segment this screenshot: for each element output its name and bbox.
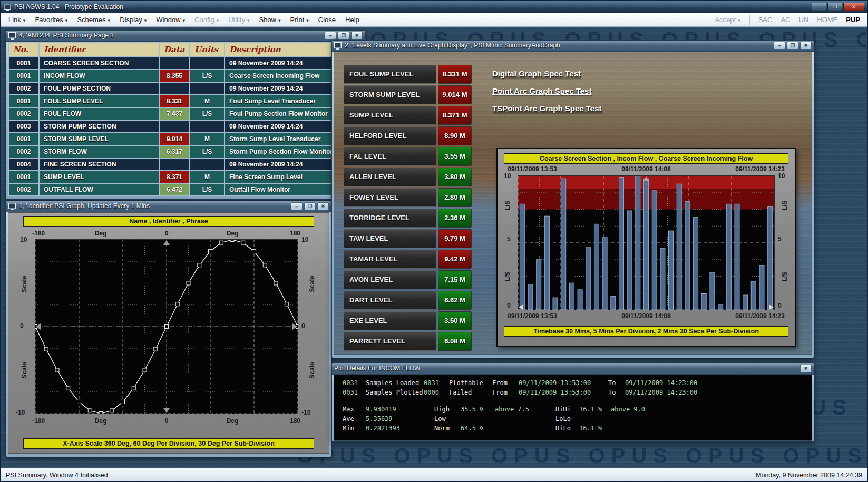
table-cell-identifier[interactable]: FOUL SUMP LEVEL: [40, 95, 159, 107]
table-header-cell: Units: [190, 43, 224, 56]
minimize-button[interactable]: –: [812, 3, 826, 11]
level-name-button[interactable]: FAL LEVEL: [344, 147, 436, 166]
level-value: 6.62 M: [438, 291, 472, 310]
table-cell-identifier[interactable]: STORM SUMP LEVEL: [40, 133, 159, 145]
maximize-button[interactable]: ❐: [304, 202, 316, 210]
levels-window-controls: – ❐ ✕: [774, 42, 812, 50]
level-value: 8.331 M: [438, 65, 472, 84]
window-icon: [8, 32, 16, 38]
level-row: SUMP LEVEL8.371 M: [344, 106, 472, 125]
menu-link[interactable]: Link▾: [4, 14, 30, 25]
maximize-button[interactable]: ❐: [787, 42, 798, 50]
level-name-button[interactable]: TAW LEVEL: [344, 229, 436, 248]
level-name-button[interactable]: FOWEY LEVEL: [344, 188, 436, 207]
table-cell-data: 9.014: [160, 133, 189, 145]
menu-accept[interactable]: Accept▾: [710, 14, 745, 25]
minimize-button[interactable]: –: [325, 32, 336, 40]
table-cell-identifier[interactable]: INCOM FLOW: [40, 70, 159, 82]
bar-graph-banner: Coarse Screen Section , Incom Flow , Coa…: [504, 153, 788, 164]
spec-test-link[interactable]: Digital Graph Spec Test: [492, 69, 602, 78]
axis-tick-label: 180: [290, 230, 300, 237]
axis-tick-label: Deg: [227, 230, 239, 237]
menu-utility[interactable]: Utility▾: [223, 14, 254, 25]
minimize-button[interactable]: –: [774, 42, 785, 50]
menu-print[interactable]: Print▾: [286, 14, 314, 25]
bar-chart: [518, 176, 774, 310]
levels-window-title: 2, 'Levels Summary and Live Graph Displa…: [345, 42, 560, 49]
close-button[interactable]: ✕: [317, 202, 329, 210]
menu-favorites[interactable]: Favorites▾: [30, 14, 72, 25]
axis-tick-label: 0: [778, 302, 782, 309]
table-cell-no: 0003: [9, 121, 38, 132]
levels-window: 2, 'Levels Summary and Live Graph Displa…: [331, 40, 814, 358]
sine-title-bar[interactable]: 1, 'Identifier' PSI Graph, Updated Every…: [6, 201, 331, 212]
table-cell-units: L/S: [190, 146, 224, 158]
level-value: 3.55 M: [438, 147, 472, 166]
menu-show[interactable]: Show▾: [254, 14, 285, 25]
level-name-button[interactable]: DART LEVEL: [344, 291, 436, 310]
summary-title-bar[interactable]: 4, 'AN1234' PSI Summary Page 1 – ❐ ✕: [6, 31, 365, 42]
table-cell-identifier[interactable]: FOUL PUMP SECTION: [40, 83, 159, 94]
table-cell-identifier[interactable]: OUTFALL FLOW: [40, 184, 159, 195]
level-name-button[interactable]: TORRIDGE LEVEL: [344, 209, 436, 228]
table-cell-units: M: [190, 95, 224, 107]
axis-tick-label: 10: [778, 172, 785, 180]
menu-schemes[interactable]: Schemes▾: [72, 14, 115, 25]
maximize-button[interactable]: ❐: [827, 3, 842, 11]
level-value: 8.371 M: [438, 106, 472, 125]
summary-window-controls: – ❐ ✕: [325, 32, 363, 40]
level-name-button[interactable]: AVON LEVEL: [344, 270, 436, 289]
sine-window-title: 1, 'Identifier' PSI Graph, Updated Every…: [19, 202, 150, 210]
close-button[interactable]: ✕: [800, 365, 812, 372]
mode-sac[interactable]: SAC: [754, 14, 777, 25]
bar-graph-footer: Timebase 30 Mins, 5 Mins Per Division, 2…: [504, 326, 788, 337]
main-title-bar[interactable]: PSI AGWS 1.04 - Prototype Evaluation – ❐…: [1, 1, 867, 13]
level-name-button[interactable]: PARRETT LEVEL: [344, 332, 436, 351]
mode-ac[interactable]: AC: [776, 14, 794, 25]
level-name-button[interactable]: TAMAR LEVEL: [344, 250, 436, 269]
level-name-button[interactable]: FOUL SUMP LEVEL: [344, 65, 436, 84]
close-button[interactable]: ✕: [351, 32, 363, 40]
plot-details-controls: ✕: [800, 365, 812, 372]
axis-tick-label: 09/11/2009 14:23: [735, 165, 784, 173]
live-bar-graph-panel: Coarse Screen Section , Incom Flow , Coa…: [496, 148, 796, 347]
menu-close[interactable]: Close: [314, 14, 340, 25]
plot-details-title-bar[interactable]: Plot Details For INCOM FLOW ✕: [332, 363, 814, 375]
minimize-button[interactable]: –: [291, 202, 303, 210]
axis-unit-label: Scale: [21, 362, 28, 378]
axis-unit-label: L/S: [781, 272, 788, 282]
table-cell-identifier[interactable]: STORM PUMP SECTION: [40, 121, 159, 132]
table-header-cell: Data: [160, 43, 189, 56]
maximize-button[interactable]: ❐: [338, 32, 349, 40]
mode-un[interactable]: UN: [794, 14, 813, 25]
table-cell-identifier[interactable]: FINE SCREEN SECTION: [40, 159, 159, 170]
plot-details-stat: HiHi: [555, 406, 571, 413]
table-cell-data: 6.317: [160, 146, 189, 158]
menu-config[interactable]: Config▾: [190, 14, 223, 25]
table-cell-no: 0002: [9, 83, 38, 94]
close-button[interactable]: ✕: [800, 42, 812, 50]
levels-title-bar[interactable]: 2, 'Levels Summary and Live Graph Displa…: [332, 41, 814, 52]
level-name-button[interactable]: SUMP LEVEL: [344, 106, 436, 125]
mode-pup[interactable]: PUP: [842, 14, 864, 25]
menu-help[interactable]: Help: [340, 14, 364, 25]
table-cell-identifier[interactable]: FOUL FLOW: [40, 108, 159, 120]
level-name-button[interactable]: HELFORD LEVEL: [344, 126, 436, 145]
level-name-button[interactable]: STORM SUMP LEVEL: [344, 85, 436, 104]
spec-test-link[interactable]: Point Arc Graph Spec Test: [492, 86, 602, 95]
table-cell-data: 8.371: [160, 171, 189, 183]
level-name-button[interactable]: EXE LEVEL: [344, 311, 436, 330]
table-cell-identifier[interactable]: SUMP LEVEL: [40, 171, 159, 183]
spec-test-link[interactable]: TSPoint Arc Graph Spec Test: [492, 104, 602, 113]
mode-home[interactable]: HOME: [813, 14, 842, 25]
level-name-button[interactable]: ALLEN LEVEL: [344, 168, 436, 186]
menu-display[interactable]: Display▾: [115, 14, 151, 25]
table-cell-data: [160, 121, 189, 132]
bar-x-axis-top: 09/11/2009 13:5309/11/2009 14:0809/11/20…: [518, 165, 775, 173]
menu-window[interactable]: Window▾: [151, 14, 190, 25]
table-cell-identifier[interactable]: STORM FLOW: [40, 146, 159, 158]
table-cell-identifier[interactable]: COARSE SCREEN SECTION: [40, 57, 159, 69]
plot-details-value: 09/11/2009 13:53:00: [519, 379, 591, 387]
level-value: 2.80 M: [438, 188, 472, 207]
close-button[interactable]: ✕: [843, 3, 864, 11]
